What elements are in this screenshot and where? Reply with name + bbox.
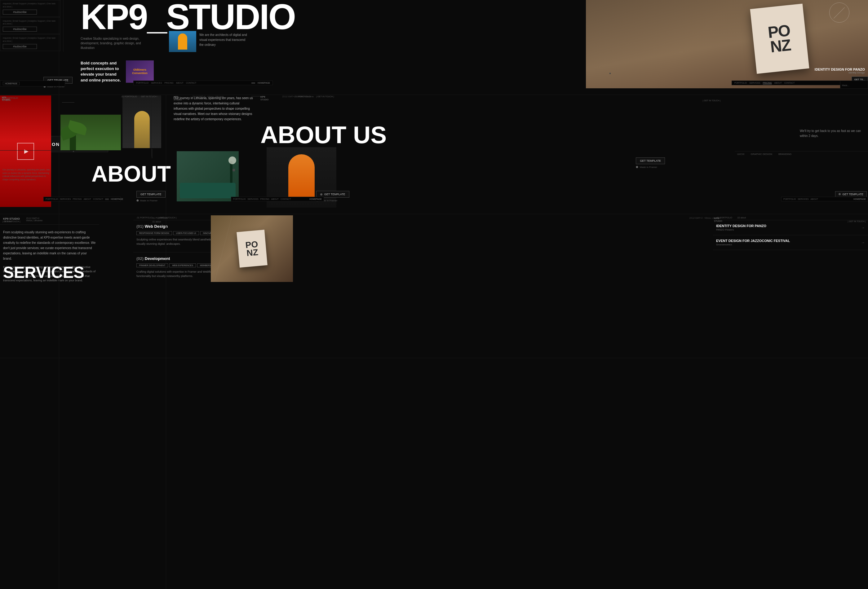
navr-contact[interactable]: CONTACT [280,198,291,200]
git-text-far-right: | GET IN TOUCH | [848,220,865,222]
navbr-portfolio[interactable]: PORTFOLIO [783,198,796,200]
lamp-head [229,156,236,164]
deco-sq-1 [73,151,74,152]
navbr-about[interactable]: ABOUT [810,198,818,200]
plant-bg [61,115,121,150]
photo-person [178,34,187,50]
get-in-touch-mid-2: | GET IN TOUCH | [316,96,334,97]
subscribe-row-2: requests | Email Support | Analytics Sup… [0,17,61,34]
get-in-touch-right: | GET IN TOUCH | [701,96,722,103]
geo-circle [829,3,849,23]
navr-portfolio[interactable]: PORTFOLIO [233,198,245,200]
about-journey-section: Our journey in Lithuania, spanning ten y… [174,96,254,122]
s01-tag-2[interactable]: USER-FOCUSED UI [173,231,199,235]
s02-tag-1[interactable]: FRAMER DEVELOPMENT [136,264,168,267]
nav-bar-1: HOMEPAGE [0,81,65,87]
orange-jacket [288,154,314,201]
template-2-area: GET TEMPLATE ⬟ Made in Framer [636,158,665,169]
nav-services[interactable]: SERVICES [749,82,760,84]
nav-contact-2[interactable]: CONTACT [186,82,196,84]
v-div-2 [166,94,166,589]
navr-about[interactable]: ABOUT [271,198,279,200]
timestamp-1: 15:12 GMT+2 · Vilnius, Lithuania [177,96,224,97]
nav2-about[interactable]: ABOUT [84,198,91,200]
services-left-panel: KP9 STUDIO .03 about 15:12 GMT+2 Vilnius… [0,215,99,288]
deco-sq-interior [232,169,235,171]
made-in-framer-2: ⬟ Made in Framer [636,165,665,169]
nav-port-2[interactable]: PORTFOLIO [136,82,149,84]
portfolio-num: .01 PORTFOLIO [136,216,152,219]
fashion-bg: ▶ [0,96,51,207]
portfolio-item-2-sub: Groovenomicx [716,243,790,246]
subscribe-button-3[interactable]: #subscribe [3,44,37,49]
about-mid-3: .01 about [152,221,161,223]
subscribe-button-2[interactable]: #subscribe [3,27,37,32]
homepage-btn-1[interactable]: HOMEPAGE [3,82,19,85]
nav-about[interactable]: ABOUT [774,82,782,84]
nav-bar-center: PORTFOLIO SERVICES PRICING ABOUT CONTACT… [133,81,273,85]
navbr-services[interactable]: SERVICES [798,198,809,200]
nav2-pricing[interactable]: PRICING [73,198,82,200]
studio-tagline: Creative Studio specializing in web desi… [81,36,146,50]
marquee-item-3: BRANDING [778,153,791,156]
marquee-item-2: GRAPHIC DESIGN [751,153,772,156]
dot-r2 [838,193,841,195]
play-button-icon[interactable]: ▶ [17,143,34,160]
nav-contact[interactable]: CONTACT [784,82,794,84]
nav2-homepage[interactable]: HOMEPAGE [111,198,123,200]
nav-pric-2[interactable]: PRICING [165,82,174,84]
architects-quote: We are the architects of digital and vis… [199,32,249,47]
nav-far-right-partial: Made... [840,81,868,88]
panzo-nz-text: NZ [770,38,791,54]
s02-tag-2[interactable]: WEB EXPERIENCES [169,264,196,267]
nav-pricing[interactable]: PRICING [763,82,772,84]
portfolio-item-2-title: EVENT DESIGN FOR JAZZOCONIC FESTIVAL [716,239,790,243]
h-div-1 [0,94,868,95]
nav2-hamburger[interactable] [105,199,109,200]
portfolio-item-2-arrow: → [861,240,865,245]
portfolio-about: .02 about [737,216,746,219]
nav2-portfolio[interactable]: PORTFOLIO [46,198,58,200]
main-container: requests | Email Support | Analytics Sup… [0,0,868,589]
architects-photo [169,31,196,52]
navbr-homepage[interactable]: HOMEPAGE [853,198,866,200]
nav-bar-second-left: PORTFOLIO SERVICES PRICING ABOUT CONTACT… [43,197,121,202]
get-template-r2[interactable]: GET TEMPLATE [835,191,867,197]
portfolio-item-1-arrow: → [861,225,865,230]
get-template-button-2[interactable]: GET TEMPLATE [636,158,665,164]
nav-homepage-center[interactable]: HOMEPAGE [258,82,270,84]
marquee-item-1: UI/CIX [737,153,745,156]
interior-photo [177,151,239,202]
model-section [123,96,161,148]
subscribe-button-1[interactable]: #subscribe [3,10,37,15]
navr-homepage[interactable]: HOMEPAGE [309,198,322,200]
s01-tag-1[interactable]: RESPONSIVE FORM DESIGN [136,231,172,235]
about-us-heading-right: ABOUT US [260,121,387,149]
plant-section [61,115,121,150]
portfolio-item-1[interactable]: IDENTITY DESIGN FOR PANZO PANZO Flowers … [713,220,868,235]
subscribe-row-3: requests | Email Support | Analytics Sup… [0,34,61,51]
line-deco-1 [62,102,74,103]
navr-services[interactable]: SERVICES [247,198,258,200]
portfolio-item-2[interactable]: EVENT DESIGN FOR JAZZOCONIC FESTIVAL Gro… [713,235,868,250]
get-template-button-3[interactable]: GET TEMPLATE [136,191,165,198]
architects-block: We are the architects of digital and vis… [169,31,249,52]
nav-serv-2[interactable]: SERVICES [151,82,162,84]
s02-num: (02) [136,256,143,261]
nav2-contact[interactable]: CONTACT [93,198,103,200]
fashion-section: ▶ [0,96,51,207]
identity-design-label: IDENTITY DESIGN FOR PANZO Identity Desig… [815,68,865,74]
portfolio-mid-3: .01 PORTFOLIO [152,217,168,219]
portfolio-label-left: KP9STUDIO [0,96,12,102]
navr-pricing[interactable]: PRICING [260,198,269,200]
contact-reply-text: We'll try to get back to you as fast as … [800,128,865,138]
timestamp-3: 15:12 GMT+2 · Vilnius, Lithuania [674,217,721,219]
nav-portfolio[interactable]: PORTFOLIO [734,82,747,84]
nav-about-2[interactable]: ABOUT [176,82,183,84]
nav2-services[interactable]: SERVICES [60,198,71,200]
nav-hamburger-center[interactable] [251,82,255,84]
services-heading: SERVICES [3,263,84,282]
v-deco-center [151,94,152,156]
portfolio-list: .01 PORTFOLIO .02 about IDENTITY DESIGN … [713,215,868,250]
subscribe-row-1: requests | Email Support | Analytics Sup… [0,0,61,17]
